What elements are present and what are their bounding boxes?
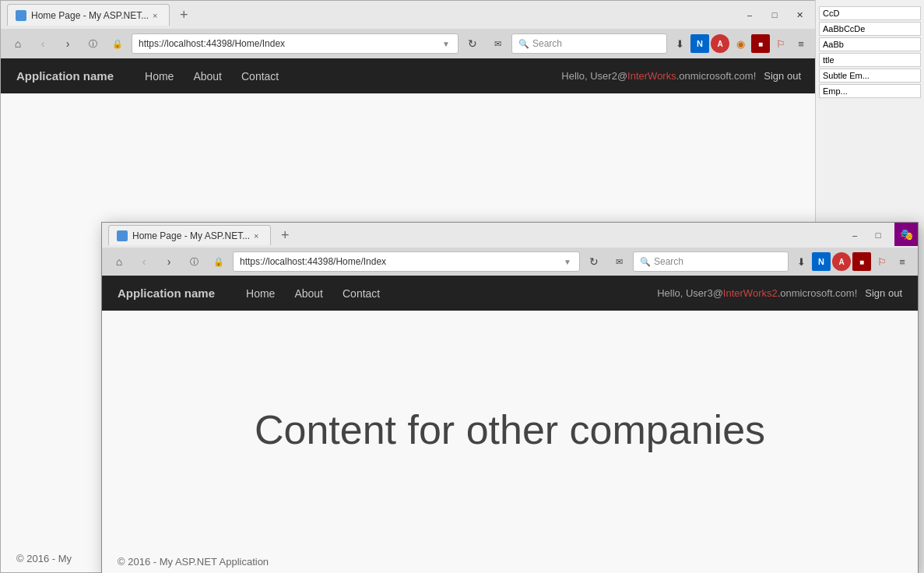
browser1-close-btn[interactable]: ✕ [789,8,810,22]
style-item-ttle[interactable]: ttle [819,53,921,67]
style-item-aabb[interactable]: AaBb [819,37,921,51]
browser2-info-btn[interactable]: ⓘ [183,251,205,272]
browser2-toolbar-icons: ⬇ N A ■ ⚐ ≡ [792,252,912,271]
browser2-user-greeting: Hello, User3@InterWorks2.onmicrosoft.com… [657,287,857,299]
style-item-aabbccde[interactable]: AaBbCcDe [819,22,921,36]
browser2-signout-link[interactable]: Sign out [865,287,902,299]
browser1-tab-favicon [16,10,26,21]
browser1-window-controls: – □ ✕ [739,8,810,22]
browser2-search-bar[interactable]: 🔍 Search [633,251,789,272]
browser1-app-nav-links: Home About Contact [137,66,286,86]
browser2-overlay-icon: 🎭 [894,223,918,246]
style-item-emp[interactable]: Emp... [819,84,921,98]
browser-window-2: 🎭 Home Page - My ASP.NET... × + – □ ✕ ⌂ … [101,222,919,573]
browser2-app-brand: Application name [118,286,215,300]
browser1-nav-contact[interactable]: Contact [234,66,286,86]
browser2-address-text: https://localhost:44398/Home/Index [240,256,562,267]
browser1-new-tab[interactable]: + [173,4,195,26]
browser2-adblock-icon[interactable]: A [832,252,851,271]
browser1-footer-text: © 2016 - My [16,553,72,564]
browser2-download-icon[interactable]: ⬇ [792,252,810,271]
browser2-nav-about[interactable]: About [286,283,331,304]
browser1-plugin2-icon[interactable]: ⚐ [771,34,790,53]
browser1-app-nav-right: Hello, User2@InterWorks.onmicrosoft.com!… [561,70,801,82]
browser2-notepad-icon[interactable]: N [812,252,831,271]
browser1-lock-btn[interactable]: 🔒 [107,33,128,54]
browser2-lock-btn[interactable]: 🔒 [208,251,230,272]
browser2-new-tab[interactable]: + [274,224,296,246]
browser2-plugin1-icon[interactable]: ■ [852,252,871,271]
browser1-maximize-btn[interactable]: □ [764,8,785,22]
browser1-reload-btn[interactable]: ↻ [462,33,483,54]
browser1-email-btn[interactable]: ✉ [487,33,508,54]
browser1-back-btn[interactable]: ‹ [32,33,54,54]
browser2-tab-title: Home Page - My ASP.NET... [132,230,250,241]
browser1-forward-btn[interactable]: › [57,33,79,54]
browser1-minimize-btn[interactable]: – [739,8,761,22]
browser1-nav-home[interactable]: Home [137,66,181,86]
browser2-nav-contact[interactable]: Contact [335,283,388,304]
browser2-back-btn[interactable]: ‹ [133,251,155,272]
browser2-titlebar: Home Page - My ASP.NET... × + – □ ✕ [102,223,918,248]
browser2-hero-section: Content for other companies [102,311,918,548]
browser2-tab-favicon [117,230,128,241]
browser1-nav-about[interactable]: About [185,66,230,86]
browser1-app-navbar: Application name Home About Contact Hell… [1,58,817,93]
browser1-download-icon[interactable]: ⬇ [670,34,689,53]
browser2-app-nav-right: Hello, User3@InterWorks2.onmicrosoft.com… [657,287,902,299]
browser1-info-btn[interactable]: ⓘ [82,33,104,54]
browser2-menu-icon[interactable]: ≡ [893,252,912,271]
browser1-search-placeholder: Search [532,38,562,49]
browser2-tab-close[interactable]: × [250,230,262,242]
browser2-plugin2-icon[interactable]: ⚐ [873,252,891,271]
browser1-address-dropdown[interactable]: ▼ [441,38,451,50]
browser1-menu-icon[interactable]: ≡ [792,34,810,53]
browser2-address-dropdown[interactable]: ▼ [562,256,573,268]
browser1-home-btn[interactable]: ⌂ [7,33,29,54]
browser2-content: Content for other companies © 2016 - My … [102,311,918,573]
browser2-footer: © 2016 - My ASP.NET Application [102,548,918,573]
browser1-address-text: https://localhost:44398/Home/Index [139,38,441,49]
browser1-user-greeting: Hello, User2@InterWorks.onmicrosoft.com! [561,70,756,82]
browser2-user-company: InterWorks2 [723,287,778,299]
browser2-forward-btn[interactable]: › [158,251,180,272]
browser1-rss-icon[interactable]: ◉ [731,34,750,53]
browser1-chrome: Home Page - My ASP.NET... × + – □ ✕ ⌂ ‹ … [1,1,817,58]
browser1-toolbar: ⌂ ‹ › ⓘ 🔒 https://localhost:44398/Home/I… [1,29,817,58]
browser2-hero-text: Content for other companies [255,406,765,453]
browser1-search-bar[interactable]: 🔍 Search [511,33,667,54]
browser1-titlebar: Home Page - My ASP.NET... × + – □ ✕ [1,1,817,29]
browser1-active-tab[interactable]: Home Page - My ASP.NET... × [7,4,170,26]
browser2-app-nav-links: Home About Contact [238,283,388,304]
browser1-address-bar[interactable]: https://localhost:44398/Home/Index ▼ [132,33,458,54]
browser2-footer-text: © 2016 - My ASP.NET Application [118,556,269,568]
browser2-address-bar[interactable]: https://localhost:44398/Home/Index ▼ [233,251,580,272]
browser2-toolbar: ⌂ ‹ › ⓘ 🔒 https://localhost:44398/Home/I… [102,248,918,276]
browser1-adblock-icon[interactable]: A [711,34,729,53]
style-item-subtle-em[interactable]: Subtle Em... [819,69,921,83]
browser1-tab-title: Home Page - My ASP.NET... [31,10,149,21]
browser1-tab-close[interactable]: × [149,9,161,22]
browser1-toolbar-icons: ⬇ N A ◉ ■ ⚐ ≡ [670,34,810,53]
browser2-app-navbar: Application name Home About Contact Hell… [102,276,918,311]
browser1-notepad-icon[interactable]: N [690,34,709,53]
browser1-app-brand: Application name [16,69,114,83]
browser2-email-btn[interactable]: ✉ [608,251,630,272]
browser2-minimize-btn[interactable]: – [845,228,865,242]
browser2-active-tab[interactable]: Home Page - My ASP.NET... × [108,225,271,245]
browser2-reload-btn[interactable]: ↻ [583,251,605,272]
browser1-plugin1-icon[interactable]: ■ [751,34,770,53]
style-item-ccd[interactable]: CcD [819,6,921,20]
browser1-signout-link[interactable]: Sign out [764,70,801,82]
browser2-chrome: Home Page - My ASP.NET... × + – □ ✕ ⌂ ‹ … [102,223,918,276]
browser2-nav-home[interactable]: Home [238,283,283,304]
browser1-user-company: InterWorks [627,70,676,82]
browser2-home-btn[interactable]: ⌂ [108,251,130,272]
browser2-maximize-btn[interactable]: □ [868,228,888,242]
browser2-search-placeholder: Search [654,256,683,267]
